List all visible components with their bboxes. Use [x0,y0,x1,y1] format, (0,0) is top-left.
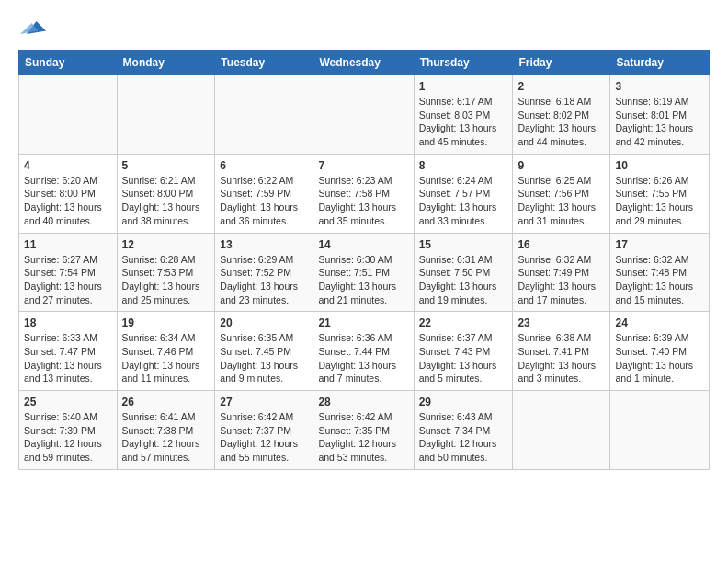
day-info: Sunrise: 6:36 AM Sunset: 7:44 PM Dayligh… [318,331,408,385]
logo-icon [20,15,46,40]
day-info: Sunrise: 6:22 AM Sunset: 7:59 PM Dayligh… [220,174,308,228]
week-row-4: 18Sunrise: 6:33 AM Sunset: 7:47 PM Dayli… [19,312,710,391]
day-number: 21 [318,316,408,329]
day-info: Sunrise: 6:39 AM Sunset: 7:40 PM Dayligh… [615,331,704,385]
day-cell: 18Sunrise: 6:33 AM Sunset: 7:47 PM Dayli… [19,312,118,391]
day-cell [19,75,118,155]
day-cell: 16Sunrise: 6:32 AM Sunset: 7:49 PM Dayli… [513,233,610,312]
day-info: Sunrise: 6:17 AM Sunset: 8:03 PM Dayligh… [419,95,508,149]
day-cell: 5Sunrise: 6:21 AM Sunset: 8:00 PM Daylig… [117,154,215,233]
day-number: 20 [220,316,308,329]
day-number: 23 [518,316,605,329]
day-info: Sunrise: 6:26 AM Sunset: 7:55 PM Dayligh… [615,174,704,228]
day-cell: 22Sunrise: 6:37 AM Sunset: 7:43 PM Dayli… [414,312,513,391]
day-info: Sunrise: 6:31 AM Sunset: 7:50 PM Dayligh… [419,253,508,307]
day-number: 9 [518,159,605,172]
day-cell: 12Sunrise: 6:28 AM Sunset: 7:53 PM Dayli… [117,233,215,312]
day-cell: 20Sunrise: 6:35 AM Sunset: 7:45 PM Dayli… [215,312,313,391]
day-number: 17 [615,238,704,251]
day-number: 26 [122,396,210,408]
day-cell: 2Sunrise: 6:18 AM Sunset: 8:02 PM Daylig… [513,75,610,155]
day-number: 18 [24,316,112,329]
day-info: Sunrise: 6:20 AM Sunset: 8:00 PM Dayligh… [24,174,112,228]
day-number: 19 [122,316,210,329]
day-cell [215,75,313,155]
week-row-3: 11Sunrise: 6:27 AM Sunset: 7:54 PM Dayli… [19,233,710,312]
day-info: Sunrise: 6:21 AM Sunset: 8:00 PM Dayligh… [122,174,210,228]
day-info: Sunrise: 6:38 AM Sunset: 7:41 PM Dayligh… [518,331,605,385]
day-number: 10 [615,159,704,172]
day-number: 13 [220,238,308,251]
header-tuesday: Tuesday [215,51,313,75]
day-info: Sunrise: 6:19 AM Sunset: 8:01 PM Dayligh… [615,95,704,149]
day-info: Sunrise: 6:42 AM Sunset: 7:35 PM Dayligh… [318,410,408,465]
day-cell: 25Sunrise: 6:40 AM Sunset: 7:39 PM Dayli… [19,391,118,470]
header-row: SundayMondayTuesdayWednesdayThursdayFrid… [19,51,710,75]
day-cell: 14Sunrise: 6:30 AM Sunset: 7:51 PM Dayli… [313,233,414,312]
day-cell: 27Sunrise: 6:42 AM Sunset: 7:37 PM Dayli… [215,391,313,470]
day-number: 25 [24,396,112,408]
day-info: Sunrise: 6:37 AM Sunset: 7:43 PM Dayligh… [419,331,508,385]
day-info: Sunrise: 6:35 AM Sunset: 7:45 PM Dayligh… [220,331,308,385]
week-row-5: 25Sunrise: 6:40 AM Sunset: 7:39 PM Dayli… [19,391,710,470]
day-cell: 26Sunrise: 6:41 AM Sunset: 7:38 PM Dayli… [117,391,215,470]
day-number: 22 [419,316,508,329]
day-number: 5 [122,159,210,172]
logo [18,15,46,44]
day-info: Sunrise: 6:29 AM Sunset: 7:52 PM Dayligh… [220,253,308,307]
day-number: 4 [24,159,112,172]
day-number: 12 [122,238,210,251]
day-cell: 8Sunrise: 6:24 AM Sunset: 7:57 PM Daylig… [414,154,513,233]
day-info: Sunrise: 6:32 AM Sunset: 7:49 PM Dayligh… [518,253,605,307]
day-info: Sunrise: 6:43 AM Sunset: 7:34 PM Dayligh… [419,410,508,465]
day-number: 8 [419,159,508,172]
day-cell: 11Sunrise: 6:27 AM Sunset: 7:54 PM Dayli… [19,233,118,312]
day-info: Sunrise: 6:24 AM Sunset: 7:57 PM Dayligh… [419,174,508,228]
day-number: 14 [318,238,408,251]
day-cell: 7Sunrise: 6:23 AM Sunset: 7:58 PM Daylig… [313,154,414,233]
day-number: 16 [518,238,605,251]
header-monday: Monday [117,51,215,75]
day-info: Sunrise: 6:28 AM Sunset: 7:53 PM Dayligh… [122,253,210,307]
day-cell: 23Sunrise: 6:38 AM Sunset: 7:41 PM Dayli… [513,312,610,391]
day-info: Sunrise: 6:30 AM Sunset: 7:51 PM Dayligh… [318,253,408,307]
header-friday: Friday [513,51,610,75]
day-cell: 17Sunrise: 6:32 AM Sunset: 7:48 PM Dayli… [610,233,710,312]
page-header [18,15,710,44]
day-cell: 29Sunrise: 6:43 AM Sunset: 7:34 PM Dayli… [414,391,513,470]
day-number: 28 [318,396,408,408]
header-sunday: Sunday [19,51,118,75]
day-info: Sunrise: 6:40 AM Sunset: 7:39 PM Dayligh… [24,410,112,465]
week-row-1: 1Sunrise: 6:17 AM Sunset: 8:03 PM Daylig… [19,75,710,155]
week-row-2: 4Sunrise: 6:20 AM Sunset: 8:00 PM Daylig… [19,154,710,233]
day-cell [313,75,414,155]
header-thursday: Thursday [414,51,513,75]
day-number: 27 [220,396,308,408]
day-cell: 6Sunrise: 6:22 AM Sunset: 7:59 PM Daylig… [215,154,313,233]
day-cell: 15Sunrise: 6:31 AM Sunset: 7:50 PM Dayli… [414,233,513,312]
header-saturday: Saturday [610,51,710,75]
day-info: Sunrise: 6:33 AM Sunset: 7:47 PM Dayligh… [24,331,112,385]
day-info: Sunrise: 6:23 AM Sunset: 7:58 PM Dayligh… [318,174,408,228]
day-cell: 3Sunrise: 6:19 AM Sunset: 8:01 PM Daylig… [610,75,710,155]
day-number: 7 [318,159,408,172]
day-info: Sunrise: 6:25 AM Sunset: 7:56 PM Dayligh… [518,174,605,228]
day-cell: 1Sunrise: 6:17 AM Sunset: 8:03 PM Daylig… [414,75,513,155]
day-cell: 10Sunrise: 6:26 AM Sunset: 7:55 PM Dayli… [610,154,710,233]
day-info: Sunrise: 6:34 AM Sunset: 7:46 PM Dayligh… [122,331,210,385]
header-wednesday: Wednesday [313,51,414,75]
day-cell: 21Sunrise: 6:36 AM Sunset: 7:44 PM Dayli… [313,312,414,391]
day-cell: 24Sunrise: 6:39 AM Sunset: 7:40 PM Dayli… [610,312,710,391]
calendar-table: SundayMondayTuesdayWednesdayThursdayFrid… [18,50,710,470]
day-number: 3 [615,80,704,93]
day-cell [117,75,215,155]
day-info: Sunrise: 6:18 AM Sunset: 8:02 PM Dayligh… [518,95,605,149]
day-info: Sunrise: 6:32 AM Sunset: 7:48 PM Dayligh… [615,253,704,307]
day-number: 29 [419,396,508,408]
day-cell: 13Sunrise: 6:29 AM Sunset: 7:52 PM Dayli… [215,233,313,312]
day-number: 24 [615,316,704,329]
day-cell [610,391,710,470]
day-cell: 28Sunrise: 6:42 AM Sunset: 7:35 PM Dayli… [313,391,414,470]
day-cell: 9Sunrise: 6:25 AM Sunset: 7:56 PM Daylig… [513,154,610,233]
day-number: 1 [419,80,508,93]
